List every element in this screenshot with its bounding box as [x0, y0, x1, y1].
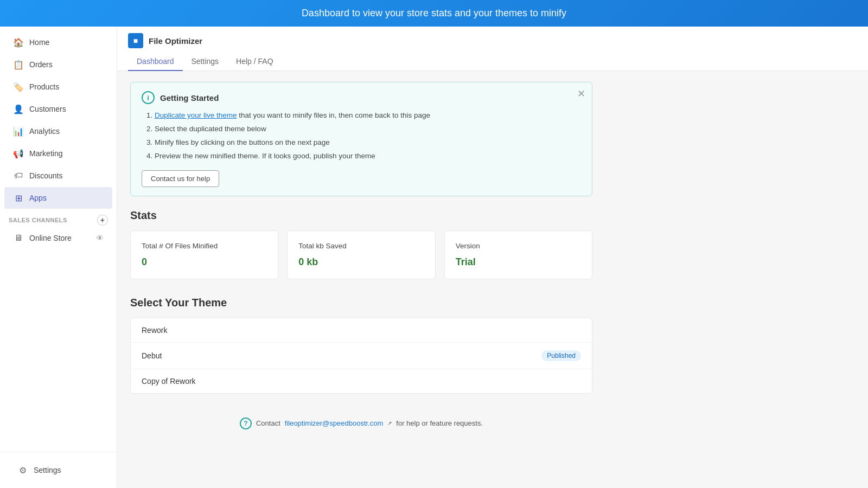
themes-title: Select Your Theme: [130, 297, 592, 309]
sidebar-item-products[interactable]: 🏷️ Products: [4, 76, 112, 98]
sidebar-item-label-products: Products: [29, 82, 59, 91]
app-icon: ■: [128, 33, 143, 48]
close-card-button[interactable]: ✕: [577, 89, 585, 99]
theme-row[interactable]: Copy of Rework: [131, 369, 592, 393]
sidebar-item-online-store[interactable]: 🖥 Online Store 👁: [4, 228, 112, 248]
top-banner: Dashboard to view your store stats and y…: [0, 0, 868, 27]
step-2: Select the duplicated theme below: [155, 124, 581, 134]
stats-grid: Total # Of Files Minified 0 Total kb Sav…: [130, 230, 592, 279]
sidebar-item-label-customers: Customers: [29, 105, 66, 113]
footer-question-icon: ?: [240, 418, 252, 429]
analytics-icon: 📊: [13, 126, 24, 137]
card-steps: Duplicate your live theme that you want …: [142, 111, 581, 162]
sidebar-item-orders[interactable]: 📋 Orders: [4, 54, 112, 75]
step-4: Preview the new minified theme. If it lo…: [155, 151, 581, 162]
stat-value: 0: [142, 256, 267, 268]
sidebar-item-settings[interactable]: ⚙ Settings: [9, 459, 108, 481]
stat-card: Total kb Saved 0 kb: [287, 230, 435, 279]
duplicate-theme-link[interactable]: Duplicate your live theme: [155, 111, 237, 119]
page-content: i Getting Started ✕ Duplicate your live …: [117, 71, 605, 447]
sidebar-item-label-apps: Apps: [29, 194, 47, 202]
sidebar-item-customers[interactable]: 👤 Customers: [4, 98, 112, 120]
sidebar-item-label-home: Home: [29, 38, 49, 47]
online-store-label: Online Store: [29, 234, 72, 242]
app-title-row: ■ File Optimizer: [128, 33, 857, 53]
tab-dashboard[interactable]: Dashboard: [128, 53, 183, 71]
app-name: File Optimizer: [149, 36, 202, 46]
add-sales-channel-button[interactable]: +: [97, 215, 108, 226]
theme-name: Copy of Rework: [142, 377, 196, 386]
getting-started-card: i Getting Started ✕ Duplicate your live …: [130, 82, 592, 196]
apps-icon: ⊞: [13, 192, 24, 203]
marketing-icon: 📢: [13, 148, 24, 159]
sidebar-item-label-marketing: Marketing: [29, 149, 62, 158]
sales-channels-header: SALES CHANNELS +: [0, 209, 117, 228]
external-link-icon: ↗: [387, 420, 392, 426]
banner-title: Dashboard to view your store stats and y…: [302, 8, 566, 18]
app-header: ■ File Optimizer DashboardSettingsHelp /…: [117, 27, 868, 71]
stats-section: Stats Total # Of Files Minified 0 Total …: [130, 209, 592, 279]
sidebar-item-discounts[interactable]: 🏷 Discounts: [4, 165, 112, 187]
stat-value: 0 kb: [298, 256, 424, 268]
stat-label: Version: [456, 242, 581, 250]
theme-name: Debut: [142, 351, 162, 360]
stats-title: Stats: [130, 209, 592, 222]
sidebar-nav: 🏠 Home 📋 Orders 🏷️ Products 👤 Customers …: [0, 27, 117, 452]
sales-channels-label: SALES CHANNELS: [9, 217, 67, 223]
settings-icon: ⚙: [17, 465, 28, 476]
content-area: ■ File Optimizer DashboardSettingsHelp /…: [117, 27, 868, 488]
products-icon: 🏷️: [13, 81, 24, 92]
card-title: Getting Started: [160, 93, 219, 102]
tab-help[interactable]: Help / FAQ: [227, 53, 282, 71]
online-store-icon: 🖥: [13, 233, 24, 243]
footer-email-link[interactable]: fileoptimizer@speedboostr.com: [285, 419, 384, 427]
info-icon: i: [142, 91, 155, 104]
theme-list: Rework Debut Published Copy of Rework: [130, 318, 592, 394]
tabs: DashboardSettingsHelp / FAQ: [128, 53, 857, 70]
footer-text-before: Contact: [256, 419, 280, 427]
app-icon-letter: ■: [133, 36, 138, 45]
sidebar-item-analytics[interactable]: 📊 Analytics: [4, 120, 112, 142]
published-badge: Published: [541, 350, 581, 361]
home-icon: 🏠: [13, 37, 24, 48]
stat-label: Total # Of Files Minified: [142, 242, 267, 250]
stat-value: Trial: [456, 256, 581, 268]
orders-icon: 📋: [13, 59, 24, 70]
sidebar-item-label-discounts: Discounts: [29, 171, 62, 180]
customers-icon: 👤: [13, 104, 24, 114]
themes-section: Select Your Theme Rework Debut Published…: [130, 297, 592, 394]
theme-row[interactable]: Rework: [131, 318, 592, 343]
settings-label: Settings: [34, 466, 61, 474]
footer-text-after: for help or feature requests.: [396, 419, 483, 427]
theme-name: Rework: [142, 326, 167, 335]
stat-card: Total # Of Files Minified 0: [130, 230, 278, 279]
theme-row[interactable]: Debut Published: [131, 343, 592, 369]
sidebar: 🏠 Home 📋 Orders 🏷️ Products 👤 Customers …: [0, 27, 117, 488]
contact-us-button[interactable]: Contact us for help: [142, 170, 219, 187]
sidebar-bottom: ⚙ Settings: [0, 452, 117, 488]
footer-help: ? Contact fileoptimizer@speedboostr.com …: [130, 411, 592, 436]
stat-label: Total kb Saved: [298, 242, 424, 250]
eye-icon[interactable]: 👁: [96, 234, 104, 242]
discounts-icon: 🏷: [13, 170, 24, 181]
sidebar-item-apps[interactable]: ⊞ Apps: [4, 187, 112, 209]
sidebar-item-home[interactable]: 🏠 Home: [4, 31, 112, 53]
sidebar-item-marketing[interactable]: 📢 Marketing: [4, 143, 112, 164]
tab-settings[interactable]: Settings: [183, 53, 228, 71]
step-1: Duplicate your live theme that you want …: [155, 111, 581, 121]
step-3: Minify files by clicking on the buttons …: [155, 138, 581, 148]
sidebar-item-label-analytics: Analytics: [29, 127, 60, 136]
card-header: i Getting Started: [142, 91, 581, 104]
sidebar-item-label-orders: Orders: [29, 60, 53, 69]
stat-card: Version Trial: [444, 230, 592, 279]
